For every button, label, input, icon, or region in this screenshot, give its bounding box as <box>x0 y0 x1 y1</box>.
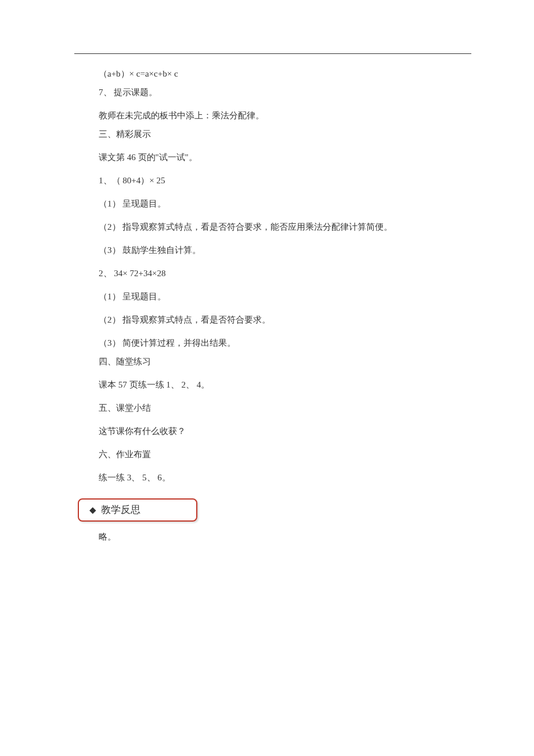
text-line: 1、（ 80+4）× 25 <box>99 173 453 187</box>
reflection-callout: ◆ 教学反思 <box>78 498 197 522</box>
text-line: （3） 简便计算过程，并得出结果。 <box>99 336 453 350</box>
text-line: 教师在未完成的板书中添上：乘法分配律。 <box>99 108 453 122</box>
text-line: （3） 鼓励学生独自计算。 <box>99 243 453 257</box>
section-heading: 三、精彩展示 <box>99 127 453 141</box>
text-line: （1） 呈现题目。 <box>99 197 453 211</box>
section-heading: 六、作业布置 <box>99 447 453 461</box>
text-line: 课本 57 页练一练 1、 2、 4。 <box>99 378 453 392</box>
text-line: 7、 提示课题。 <box>99 85 453 99</box>
text-line: （a+b）× c=a×c+b× c <box>99 67 453 81</box>
text-line: （1） 呈现题目。 <box>99 290 453 303</box>
diamond-icon: ◆ <box>89 503 96 517</box>
text-line: 练一练 3、 5、 6。 <box>99 471 453 484</box>
callout-label: 教学反思 <box>101 502 140 518</box>
text-line: 这节课你有什么收获？ <box>99 424 453 438</box>
text-line: （2） 指导观察算式特点，看是否符合要求，能否应用乘法分配律计算简便。 <box>99 220 453 234</box>
text-line: 2、 34× 72+34×28 <box>99 266 453 280</box>
page-top-rule <box>74 53 471 54</box>
text-line: 课文第 46 页的"试一试"。 <box>99 150 453 164</box>
text-line: 略。 <box>99 530 453 544</box>
section-heading: 五、课堂小结 <box>99 401 453 415</box>
document-body: （a+b）× c=a×c+b× c 7、 提示课题。 教师在未完成的板书中添上：… <box>99 67 453 553</box>
section-heading: 四、随堂练习 <box>99 355 453 368</box>
text-line: （2） 指导观察算式特点，看是否符合要求。 <box>99 313 453 327</box>
